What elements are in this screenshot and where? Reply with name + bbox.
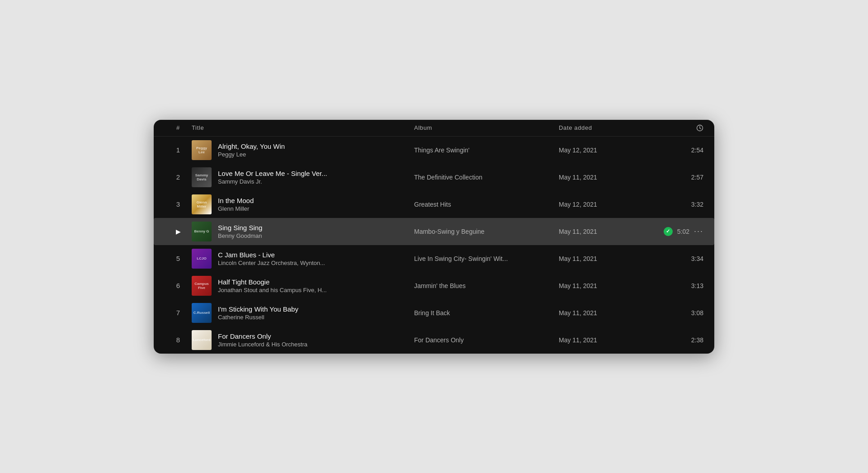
track-date-1: May 12, 2021 [559,147,658,154]
table-row[interactable]: 4 ▶ Benny G Sing Sing Sing Benny Goodman… [154,218,714,245]
col-duration-header [658,124,703,132]
track-text-2: Love Me Or Leave Me - Single Ver... Samm… [218,170,327,185]
track-info-8: Lunceford For Dancers Only Jimmie Luncef… [192,330,414,350]
track-duration: 2:38 [691,336,703,344]
col-date-header: Date added [559,124,658,131]
music-player: # Title Album Date added 1 ▶ Peggy Lee A… [154,120,714,354]
track-duration-cell-4: ✓ 5:02 ··· [658,227,703,236]
track-info-2: Sammy Davis Love Me Or Leave Me - Single… [192,167,414,187]
track-title: Half Tight Boogie [218,278,327,286]
track-number-7: 7 ▶ [165,309,192,317]
track-title: Sing Sing Sing [218,224,262,232]
track-artist: Benny Goodman [218,232,262,239]
play-icon: ▶ [165,228,192,235]
tracks-list: 1 ▶ Peggy Lee Alright, Okay, You Win Peg… [154,137,714,354]
col-title-header: Title [192,124,414,131]
track-duration: 3:32 [691,201,703,208]
track-artwork-8: Lunceford [192,330,212,350]
track-info-1: Peggy Lee Alright, Okay, You Win Peggy L… [192,140,414,160]
track-album-8: For Dancers Only [414,336,559,344]
track-title: Alright, Okay, You Win [218,142,285,150]
track-number-2: 2 ▶ [165,173,192,181]
track-artwork-2: Sammy Davis [192,167,212,187]
track-artist: Lincoln Center Jazz Orchestra, Wynton... [218,260,325,266]
track-duration-cell-8: 2:38 [658,336,703,344]
liked-badge: ✓ [664,227,673,236]
track-title: In the Mood [218,197,254,204]
track-album-7: Bring It Back [414,309,559,317]
track-duration-cell-1: 2:54 [658,147,703,154]
table-row[interactable]: 5 ▶ LCJO C Jam Blues - Live Lincoln Cent… [154,245,714,272]
table-row[interactable]: 8 ▶ Lunceford For Dancers Only Jimmie Lu… [154,326,714,354]
track-info-5: LCJO C Jam Blues - Live Lincoln Center J… [192,249,414,269]
track-date-5: May 11, 2021 [559,255,658,262]
track-artist: Sammy Davis Jr. [218,178,327,185]
track-title: I'm Sticking With You Baby [218,305,298,313]
track-text-4: Sing Sing Sing Benny Goodman [218,224,262,239]
track-artwork-5: LCJO [192,249,212,269]
track-artwork-4: Benny G [192,222,212,241]
table-row[interactable]: 1 ▶ Peggy Lee Alright, Okay, You Win Peg… [154,137,714,164]
clock-icon [696,124,703,132]
track-album-4: Mambo-Swing y Beguine [414,228,559,235]
table-row[interactable]: 7 ▶ C.Russell I'm Sticking With You Baby… [154,299,714,326]
track-date-8: May 11, 2021 [559,336,658,344]
table-row[interactable]: 6 ▶ Campus Five Half Tight Boogie Jonath… [154,272,714,299]
track-artist: Glenn Miller [218,205,254,212]
track-duration-cell-7: 3:08 [658,309,703,317]
track-artist: Catherine Russell [218,314,298,321]
track-text-6: Half Tight Boogie Jonathan Stout and his… [218,278,327,293]
track-date-3: May 12, 2021 [559,201,658,208]
track-artwork-1: Peggy Lee [192,140,212,160]
track-date-7: May 11, 2021 [559,309,658,317]
track-number-1: 1 ▶ [165,146,192,154]
track-number-4: 4 ▶ [165,228,192,235]
track-text-1: Alright, Okay, You Win Peggy Lee [218,142,285,158]
track-duration: 3:34 [691,255,703,262]
track-duration: 3:08 [691,309,703,317]
track-date-2: May 11, 2021 [559,174,658,181]
track-album-2: The Definitive Collection [414,174,559,181]
table-row[interactable]: 3 ▶ Glenn Miller In the Mood Glenn Mille… [154,191,714,218]
track-number-3: 3 ▶ [165,200,192,208]
track-date-4: May 11, 2021 [559,228,658,235]
track-artwork-3: Glenn Miller [192,194,212,214]
track-artist: Jimmie Lunceford & His Orchestra [218,341,307,348]
track-number-8: 8 ▶ [165,336,192,344]
track-text-3: In the Mood Glenn Miller [218,197,254,212]
track-duration-cell-3: 3:32 [658,201,703,208]
table-row[interactable]: 2 ▶ Sammy Davis Love Me Or Leave Me - Si… [154,164,714,191]
more-options-button[interactable]: ··· [694,227,703,236]
track-artwork-6: Campus Five [192,276,212,296]
track-text-5: C Jam Blues - Live Lincoln Center Jazz O… [218,251,325,266]
track-info-3: Glenn Miller In the Mood Glenn Miller [192,194,414,214]
track-artist: Jonathan Stout and his Campus Five, H... [218,287,327,293]
track-info-4: Benny G Sing Sing Sing Benny Goodman [192,222,414,241]
track-date-6: May 11, 2021 [559,282,658,289]
track-text-8: For Dancers Only Jimmie Lunceford & His … [218,332,307,348]
track-number-5: 5 ▶ [165,255,192,262]
track-album-6: Jammin' the Blues [414,282,559,289]
track-info-6: Campus Five Half Tight Boogie Jonathan S… [192,276,414,296]
track-album-1: Things Are Swingin' [414,147,559,154]
table-header: # Title Album Date added [154,120,714,137]
track-artist: Peggy Lee [218,151,285,158]
track-duration-cell-2: 2:57 [658,174,703,181]
track-title: Love Me Or Leave Me - Single Ver... [218,170,327,177]
track-title: For Dancers Only [218,332,307,340]
track-duration-cell-6: 3:13 [658,282,703,289]
track-duration: 2:57 [691,174,703,181]
track-duration-cell-5: 3:34 [658,255,703,262]
track-duration: 2:54 [691,147,703,154]
svg-line-2 [700,128,701,129]
track-album-5: Live In Swing City- Swingin' Wit... [414,255,559,262]
col-number-header: # [165,124,192,131]
track-album-3: Greatest Hits [414,201,559,208]
track-text-7: I'm Sticking With You Baby Catherine Rus… [218,305,298,321]
track-duration: 3:13 [691,282,703,289]
track-artwork-7: C.Russell [192,303,212,323]
col-album-header: Album [414,124,559,131]
track-duration: 5:02 [677,228,689,235]
track-title: C Jam Blues - Live [218,251,325,259]
track-info-7: C.Russell I'm Sticking With You Baby Cat… [192,303,414,323]
